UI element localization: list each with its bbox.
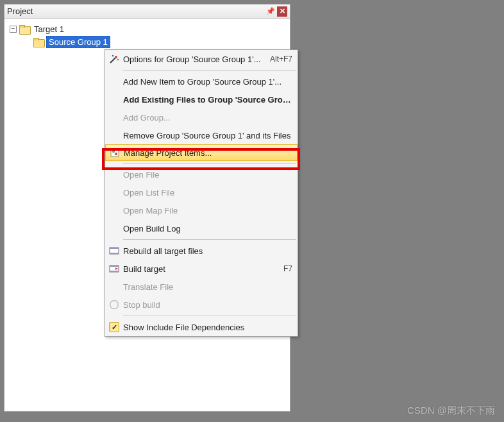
tree-child[interactable]: Source Group 1	[10, 35, 285, 48]
menu-label: Stop build	[123, 300, 292, 310]
svg-rect-9	[110, 253, 119, 254]
menu-label: Add New Item to Group 'Source Group 1'..…	[123, 77, 292, 87]
stop-icon	[105, 300, 123, 310]
panel-title: Project	[7, 6, 265, 16]
tree-child-label: Source Group 1	[46, 36, 110, 48]
menu-add-group[interactable]: Add Group...	[105, 108, 298, 126]
menu-separator	[123, 163, 296, 164]
menu-translate[interactable]: Translate File	[105, 278, 298, 296]
menu-manage-project-items[interactable]: Manage Project Items...	[105, 144, 298, 161]
svg-marker-14	[110, 301, 118, 308]
menu-label: Add Existing Files to Group 'Source Grou…	[123, 95, 292, 105]
folder-icon	[19, 25, 29, 33]
svg-line-0	[110, 58, 115, 63]
menu-open-map[interactable]: Open Map File	[105, 201, 298, 219]
menu-label: Add Group...	[123, 113, 292, 122]
menu-shortcut: Alt+F7	[270, 55, 292, 63]
menu-label: Translate File	[123, 282, 292, 292]
collapse-toggle[interactable]: −	[10, 26, 17, 33]
menu-options[interactable]: Options for Group 'Source Group 1'... Al…	[105, 50, 298, 68]
menu-open-list[interactable]: Open List File	[105, 183, 298, 201]
menu-stop-build[interactable]: Stop build	[105, 296, 298, 314]
menu-separator	[123, 239, 296, 240]
menu-shortcut: F7	[283, 264, 292, 273]
svg-rect-12	[110, 271, 119, 272]
menu-label: Open List File	[123, 188, 292, 198]
svg-rect-8	[110, 248, 119, 249]
svg-point-3	[117, 59, 119, 61]
tree-root[interactable]: − Target 1	[10, 22, 285, 35]
menu-label: Open Build Log	[123, 224, 292, 233]
check-icon: ✓	[109, 322, 119, 332]
menu-separator	[123, 316, 296, 316]
svg-point-2	[112, 55, 114, 57]
menu-separator	[123, 70, 296, 71]
project-tree: − Target 1 Source Group 1	[4, 19, 290, 52]
svg-point-5	[112, 150, 115, 153]
menu-label: Remove Group 'Source Group 1' and its Fi…	[123, 131, 292, 140]
pin-icon[interactable]: 📌	[265, 6, 276, 17]
watermark: CSDN @周末不下雨	[407, 405, 495, 417]
menu-label: Rebuild all target files	[123, 246, 292, 256]
context-menu: Options for Group 'Source Group 1'... Al…	[105, 49, 298, 337]
rebuild-icon	[105, 246, 123, 256]
menu-label: Open File	[123, 170, 292, 180]
menu-label: Build target	[123, 264, 283, 274]
menu-open-build-log[interactable]: Open Build Log	[105, 219, 298, 237]
svg-point-1	[115, 56, 117, 58]
menu-show-dependencies[interactable]: ✓ Show Include File Dependencies	[105, 318, 298, 336]
menu-label: Manage Project Items...	[124, 148, 292, 158]
panel-header: Project 📌 ✕	[4, 4, 290, 19]
close-button[interactable]: ✕	[277, 6, 287, 17]
menu-add-existing[interactable]: Add Existing Files to Group 'Source Grou…	[105, 90, 298, 108]
manage-icon	[106, 148, 124, 158]
menu-build-target[interactable]: Build target F7	[105, 260, 298, 278]
menu-add-new[interactable]: Add New Item to Group 'Source Group 1'..…	[105, 72, 298, 90]
build-icon	[105, 264, 123, 274]
svg-rect-11	[110, 266, 119, 267]
tree-root-label: Target 1	[32, 24, 66, 35]
svg-point-6	[115, 153, 117, 155]
menu-label: Open Map File	[123, 206, 292, 215]
menu-open-file[interactable]: Open File	[105, 165, 298, 183]
folder-icon	[33, 38, 44, 46]
svg-rect-4	[111, 149, 119, 156]
menu-label: Show Include File Dependencies	[123, 323, 292, 332]
check-icon-wrapper: ✓	[105, 322, 123, 332]
wand-icon	[105, 54, 123, 64]
menu-rebuild-all[interactable]: Rebuild all target files	[105, 242, 298, 260]
menu-label: Options for Group 'Source Group 1'...	[123, 55, 270, 64]
menu-remove[interactable]: Remove Group 'Source Group 1' and its Fi…	[105, 126, 298, 144]
